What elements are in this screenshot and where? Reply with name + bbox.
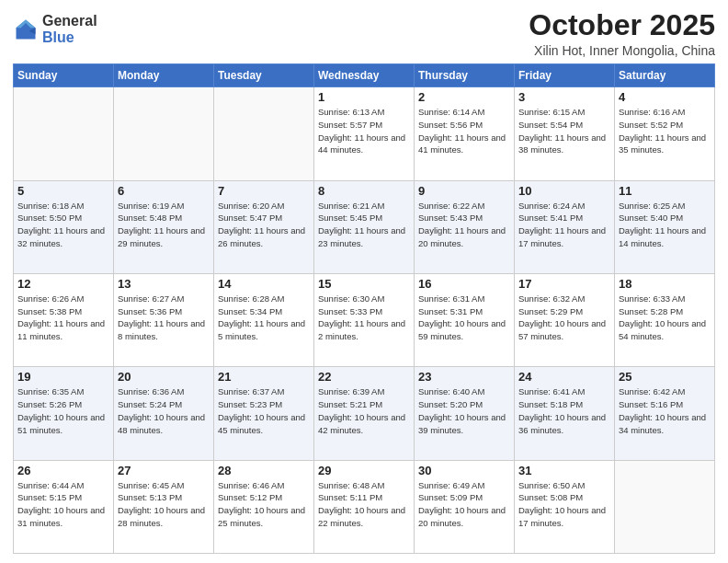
logo-text: General Blue bbox=[42, 13, 97, 45]
calendar: Sunday Monday Tuesday Wednesday Thursday… bbox=[13, 63, 715, 554]
day-number: 4 bbox=[619, 90, 711, 104]
calendar-week-row: 12Sunrise: 6:26 AM Sunset: 5:38 PM Dayli… bbox=[14, 273, 715, 366]
calendar-week-row: 1Sunrise: 6:13 AM Sunset: 5:57 PM Daylig… bbox=[14, 87, 715, 180]
table-row: 28Sunrise: 6:46 AM Sunset: 5:12 PM Dayli… bbox=[214, 460, 314, 553]
table-row: 27Sunrise: 6:45 AM Sunset: 5:13 PM Dayli… bbox=[114, 460, 214, 553]
day-number: 26 bbox=[17, 464, 109, 477]
day-info: Sunrise: 6:27 AM Sunset: 5:36 PM Dayligh… bbox=[118, 293, 210, 343]
page: General Blue October 2025 Xilin Hot, Inn… bbox=[0, 0, 728, 563]
day-info: Sunrise: 6:25 AM Sunset: 5:40 PM Dayligh… bbox=[619, 200, 711, 250]
logo-icon bbox=[13, 17, 39, 42]
header: General Blue October 2025 Xilin Hot, Inn… bbox=[13, 9, 715, 58]
day-info: Sunrise: 6:40 AM Sunset: 5:20 PM Dayligh… bbox=[418, 385, 510, 436]
table-row: 17Sunrise: 6:32 AM Sunset: 5:29 PM Dayli… bbox=[515, 273, 615, 366]
table-row: 21Sunrise: 6:37 AM Sunset: 5:23 PM Dayli… bbox=[214, 367, 314, 460]
day-number: 1 bbox=[318, 90, 410, 104]
day-number: 28 bbox=[218, 464, 310, 477]
table-row: 16Sunrise: 6:31 AM Sunset: 5:31 PM Dayli… bbox=[415, 273, 515, 366]
table-row: 24Sunrise: 6:41 AM Sunset: 5:18 PM Dayli… bbox=[515, 367, 615, 460]
col-friday: Friday bbox=[515, 64, 615, 87]
calendar-week-row: 5Sunrise: 6:18 AM Sunset: 5:50 PM Daylig… bbox=[14, 180, 715, 273]
calendar-week-row: 26Sunrise: 6:44 AM Sunset: 5:15 PM Dayli… bbox=[14, 460, 715, 553]
day-info: Sunrise: 6:15 AM Sunset: 5:54 PM Dayligh… bbox=[518, 106, 610, 156]
table-row: 5Sunrise: 6:18 AM Sunset: 5:50 PM Daylig… bbox=[14, 180, 114, 273]
day-info: Sunrise: 6:36 AM Sunset: 5:24 PM Dayligh… bbox=[118, 385, 210, 436]
month-title: October 2025 bbox=[529, 9, 715, 41]
day-number: 22 bbox=[318, 370, 410, 384]
day-number: 16 bbox=[418, 277, 510, 291]
col-wednesday: Wednesday bbox=[314, 64, 415, 87]
day-number: 29 bbox=[318, 464, 410, 477]
table-row: 26Sunrise: 6:44 AM Sunset: 5:15 PM Dayli… bbox=[14, 460, 114, 553]
day-info: Sunrise: 6:48 AM Sunset: 5:11 PM Dayligh… bbox=[318, 479, 410, 530]
day-number: 18 bbox=[619, 277, 711, 291]
day-info: Sunrise: 6:41 AM Sunset: 5:18 PM Dayligh… bbox=[518, 385, 610, 436]
table-row bbox=[615, 460, 715, 553]
day-info: Sunrise: 6:37 AM Sunset: 5:23 PM Dayligh… bbox=[218, 385, 310, 436]
table-row: 6Sunrise: 6:19 AM Sunset: 5:48 PM Daylig… bbox=[114, 180, 214, 273]
day-number: 30 bbox=[418, 464, 510, 477]
table-row: 15Sunrise: 6:30 AM Sunset: 5:33 PM Dayli… bbox=[314, 273, 415, 366]
day-info: Sunrise: 6:14 AM Sunset: 5:56 PM Dayligh… bbox=[418, 106, 510, 156]
day-number: 12 bbox=[17, 277, 109, 291]
day-info: Sunrise: 6:46 AM Sunset: 5:12 PM Dayligh… bbox=[218, 479, 310, 530]
table-row: 31Sunrise: 6:50 AM Sunset: 5:08 PM Dayli… bbox=[515, 460, 615, 553]
table-row: 14Sunrise: 6:28 AM Sunset: 5:34 PM Dayli… bbox=[214, 273, 314, 366]
day-number: 6 bbox=[118, 184, 210, 198]
weekday-header-row: Sunday Monday Tuesday Wednesday Thursday… bbox=[14, 64, 715, 87]
logo-blue-text: Blue bbox=[42, 29, 97, 46]
day-info: Sunrise: 6:33 AM Sunset: 5:28 PM Dayligh… bbox=[619, 293, 711, 343]
day-number: 27 bbox=[118, 464, 210, 477]
day-number: 10 bbox=[518, 184, 610, 198]
day-number: 7 bbox=[218, 184, 310, 198]
table-row: 12Sunrise: 6:26 AM Sunset: 5:38 PM Dayli… bbox=[14, 273, 114, 366]
col-saturday: Saturday bbox=[615, 64, 715, 87]
table-row bbox=[214, 87, 314, 180]
day-info: Sunrise: 6:44 AM Sunset: 5:15 PM Dayligh… bbox=[17, 479, 109, 530]
table-row: 22Sunrise: 6:39 AM Sunset: 5:21 PM Dayli… bbox=[314, 367, 415, 460]
title-block: October 2025 Xilin Hot, Inner Mongolia, … bbox=[529, 9, 715, 58]
table-row: 11Sunrise: 6:25 AM Sunset: 5:40 PM Dayli… bbox=[615, 180, 715, 273]
table-row: 2Sunrise: 6:14 AM Sunset: 5:56 PM Daylig… bbox=[415, 87, 515, 180]
day-info: Sunrise: 6:45 AM Sunset: 5:13 PM Dayligh… bbox=[118, 479, 210, 530]
day-info: Sunrise: 6:30 AM Sunset: 5:33 PM Dayligh… bbox=[318, 293, 410, 343]
day-number: 9 bbox=[418, 184, 510, 198]
day-number: 21 bbox=[218, 370, 310, 384]
table-row: 25Sunrise: 6:42 AM Sunset: 5:16 PM Dayli… bbox=[615, 367, 715, 460]
day-number: 23 bbox=[418, 370, 510, 384]
day-number: 2 bbox=[418, 90, 510, 104]
day-number: 5 bbox=[17, 184, 109, 198]
day-number: 17 bbox=[518, 277, 610, 291]
day-number: 25 bbox=[619, 370, 711, 384]
day-info: Sunrise: 6:19 AM Sunset: 5:48 PM Dayligh… bbox=[118, 200, 210, 250]
day-number: 31 bbox=[518, 464, 610, 477]
table-row: 29Sunrise: 6:48 AM Sunset: 5:11 PM Dayli… bbox=[314, 460, 415, 553]
col-monday: Monday bbox=[114, 64, 214, 87]
col-thursday: Thursday bbox=[415, 64, 515, 87]
day-number: 15 bbox=[318, 277, 410, 291]
day-number: 13 bbox=[118, 277, 210, 291]
day-info: Sunrise: 6:50 AM Sunset: 5:08 PM Dayligh… bbox=[518, 479, 610, 530]
day-number: 11 bbox=[619, 184, 711, 198]
day-info: Sunrise: 6:13 AM Sunset: 5:57 PM Dayligh… bbox=[318, 106, 410, 156]
logo: General Blue bbox=[13, 13, 97, 45]
day-number: 24 bbox=[518, 370, 610, 384]
day-number: 14 bbox=[218, 277, 310, 291]
table-row: 10Sunrise: 6:24 AM Sunset: 5:41 PM Dayli… bbox=[515, 180, 615, 273]
day-info: Sunrise: 6:39 AM Sunset: 5:21 PM Dayligh… bbox=[318, 385, 410, 436]
day-number: 8 bbox=[318, 184, 410, 198]
day-info: Sunrise: 6:31 AM Sunset: 5:31 PM Dayligh… bbox=[418, 293, 510, 343]
day-info: Sunrise: 6:20 AM Sunset: 5:47 PM Dayligh… bbox=[218, 200, 310, 250]
day-info: Sunrise: 6:18 AM Sunset: 5:50 PM Dayligh… bbox=[17, 200, 109, 250]
table-row: 23Sunrise: 6:40 AM Sunset: 5:20 PM Dayli… bbox=[415, 367, 515, 460]
day-info: Sunrise: 6:49 AM Sunset: 5:09 PM Dayligh… bbox=[418, 479, 510, 530]
location-subtitle: Xilin Hot, Inner Mongolia, China bbox=[529, 43, 715, 58]
table-row: 18Sunrise: 6:33 AM Sunset: 5:28 PM Dayli… bbox=[615, 273, 715, 366]
calendar-week-row: 19Sunrise: 6:35 AM Sunset: 5:26 PM Dayli… bbox=[14, 367, 715, 460]
table-row: 7Sunrise: 6:20 AM Sunset: 5:47 PM Daylig… bbox=[214, 180, 314, 273]
day-info: Sunrise: 6:21 AM Sunset: 5:45 PM Dayligh… bbox=[318, 200, 410, 250]
day-info: Sunrise: 6:35 AM Sunset: 5:26 PM Dayligh… bbox=[17, 385, 109, 436]
table-row: 3Sunrise: 6:15 AM Sunset: 5:54 PM Daylig… bbox=[515, 87, 615, 180]
table-row: 9Sunrise: 6:22 AM Sunset: 5:43 PM Daylig… bbox=[415, 180, 515, 273]
col-sunday: Sunday bbox=[14, 64, 114, 87]
